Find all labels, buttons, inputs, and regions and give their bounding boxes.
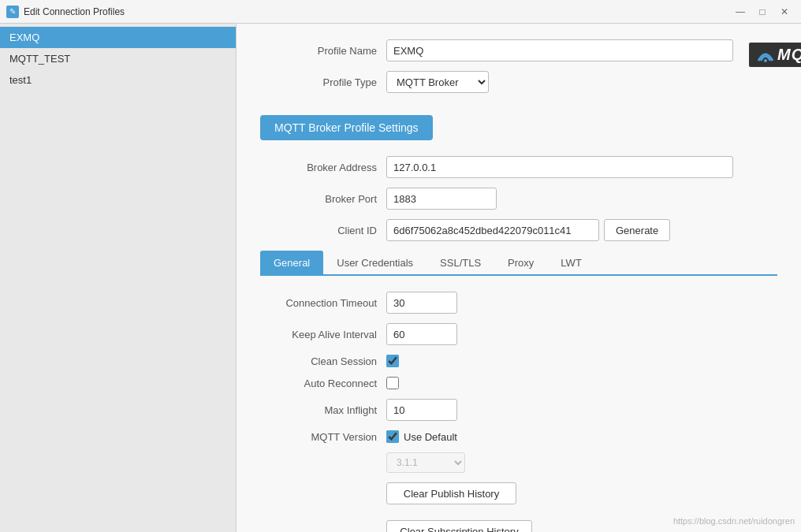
use-default-checkbox[interactable] [386,430,399,443]
watermark: https://blog.csdn.net/ruidongren [673,516,795,526]
tab-ssl/tls[interactable]: SSL/TLS [427,251,494,274]
sidebar: EXMQMQTT_TESTtest1 [0,24,237,532]
generate-button[interactable]: Generate [604,219,670,241]
profile-type-row: Profile Type MQTT Broker MQTT Client [260,71,733,93]
mqtt-version-label: MQTT Version [260,431,386,443]
max-inflight-row: Max Inflight [260,399,777,421]
broker-address-row: Broker Address [260,156,777,178]
app-icon: ✎ [6,6,19,18]
general-tab-content: Connection Timeout Keep Alive Interval C… [260,292,777,532]
close-button[interactable]: ✕ [774,3,795,20]
content-area: Profile Name Profile Type MQTT Broker MQ… [237,24,801,532]
tabs-bar: GeneralUser CredentialsSSL/TLSProxyLWT [260,251,777,276]
mqtt-version-select[interactable]: 3.1.1 3.1 5.0 [386,452,465,473]
client-id-label: Client ID [260,225,386,236]
header-row: Profile Name Profile Type MQTT Broker MQ… [260,39,777,102]
keep-alive-label: Keep Alive Interval [260,329,386,340]
minimize-button[interactable]: — [730,3,751,20]
client-id-field-group: Generate [386,219,670,241]
tab-proxy[interactable]: Proxy [494,251,547,274]
mqtt-logo-box: MQTT 5 [749,43,801,67]
mqtt-version-row: MQTT Version Use Default [260,430,777,443]
profile-name-label: Profile Name [260,45,386,57]
clean-session-checkbox[interactable] [386,355,399,367]
connection-timeout-input[interactable] [386,292,457,314]
auto-reconnect-label: Auto Reconnect [260,378,386,389]
maximize-button[interactable]: □ [752,3,773,20]
profile-fields: Profile Name Profile Type MQTT Broker MQ… [260,39,733,102]
tab-general[interactable]: General [260,251,323,274]
mqtt-version-controls: Use Default [386,430,457,443]
tab-lwt[interactable]: LWT [547,251,594,274]
auto-reconnect-checkbox[interactable] [386,377,399,389]
broker-port-row: Broker Port [260,188,777,210]
connection-timeout-row: Connection Timeout [260,292,777,314]
mqtt-version-dropdown-row: 3.1.1 3.1 5.0 [260,452,777,473]
mqtt-text: MQTT [777,46,801,64]
profile-type-label: Profile Type [260,76,386,88]
profile-type-select[interactable]: MQTT Broker MQTT Client [386,71,489,93]
max-inflight-input[interactable] [386,399,457,421]
client-id-row: Client ID Generate [260,219,777,241]
section-title-button[interactable]: MQTT Broker Profile Settings [260,115,433,140]
client-id-input[interactable] [386,219,599,241]
tab-user-credentials[interactable]: User Credentials [323,251,427,274]
sidebar-item-exmq[interactable]: EXMQ [0,27,236,48]
title-bar: ✎ Edit Connection Profiles — □ ✕ [0,0,801,24]
max-inflight-label: Max Inflight [260,404,386,416]
title-bar-controls: — □ ✕ [730,3,795,20]
keep-alive-input[interactable] [386,323,457,345]
clean-session-label: Clean Session [260,355,386,367]
use-default-label: Use Default [404,431,457,443]
profile-name-input[interactable] [386,39,733,61]
mqtt-signal-icon [757,47,774,64]
broker-address-input[interactable] [386,156,733,178]
broker-port-label: Broker Port [260,193,386,205]
main-layout: EXMQMQTT_TESTtest1 Profile Name Profile … [0,24,801,532]
clear-publish-row: Clear Publish History [260,482,777,511]
sidebar-item-mqtt_test[interactable]: MQTT_TEST [0,48,236,69]
clear-publish-button[interactable]: Clear Publish History [386,482,516,504]
auto-reconnect-row: Auto Reconnect [260,377,777,389]
profile-name-row: Profile Name [260,39,733,61]
connection-timeout-label: Connection Timeout [260,297,386,309]
mqtt-logo: MQTT 5 [749,43,801,67]
svg-point-0 [764,59,767,62]
title-bar-text: Edit Connection Profiles [24,6,730,17]
sidebar-item-test1[interactable]: test1 [0,69,236,91]
keep-alive-row: Keep Alive Interval [260,323,777,345]
clear-subscription-button[interactable]: Clear Subscription History [386,520,532,532]
broker-address-label: Broker Address [260,162,386,173]
broker-port-input[interactable] [386,188,497,210]
clean-session-row: Clean Session [260,355,777,367]
